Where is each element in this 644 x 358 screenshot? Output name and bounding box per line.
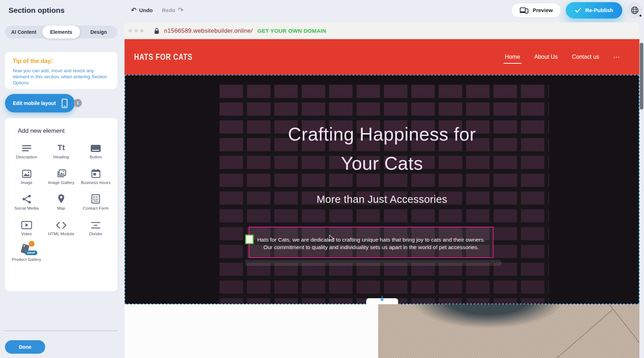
next-section-white[interactable]: [125, 304, 378, 358]
globe-status-dot: [639, 14, 642, 17]
element-business-hours[interactable]: Business Hours: [79, 167, 112, 185]
description-icon: [10, 142, 43, 152]
globe-icon: [630, 6, 639, 15]
product-gallery-icon: ↑ SHOP: [10, 244, 43, 255]
language-globe-button[interactable]: [627, 2, 643, 18]
tab-elements[interactable]: Elements: [42, 26, 80, 38]
social-media-icon: [10, 193, 43, 204]
topbar: Section options ↶ Undo Redo ↷ Preview Re…: [0, 0, 644, 20]
element-html-module[interactable]: HTML Module: [45, 219, 78, 236]
element-grid: Description Tt Heading Button: [9, 142, 113, 262]
preview-label: Preview: [533, 7, 553, 13]
image-icon: [10, 167, 43, 178]
republish-label: Re-Publish: [585, 7, 613, 13]
paragraph-selection-box[interactable]: Hats for Cats, we are dedicated to craft…: [249, 227, 493, 258]
url-text[interactable]: n1566589.websitebuilder.online/: [164, 27, 253, 35]
heading-icon: Tt: [45, 142, 78, 152]
button-icon: [79, 142, 112, 152]
video-icon: [10, 219, 43, 229]
hero-heading[interactable]: Crafting Happiness for Your Cats: [125, 120, 639, 178]
page-title: Section options: [9, 0, 65, 20]
check-icon: [575, 8, 581, 13]
element-map[interactable]: Map: [45, 193, 78, 211]
element-description[interactable]: Description: [10, 142, 43, 159]
browser-chrome-bar: n1566589.websitebuilder.online/ GET YOUR…: [125, 22, 639, 39]
phone-icon: [62, 99, 68, 108]
nav-item-home[interactable]: Home: [505, 54, 520, 60]
info-icon[interactable]: [74, 99, 82, 107]
redo-label: Redo: [162, 7, 175, 13]
contact-form-icon: [79, 193, 112, 204]
nav-item-more[interactable]: ⋯: [613, 53, 620, 61]
tab-design[interactable]: Design: [80, 26, 117, 38]
preview-devices-icon: [519, 7, 529, 14]
add-element-panel: Add new element Description Tt Heading: [5, 118, 117, 291]
element-image[interactable]: Image: [10, 167, 43, 185]
site-header: HATS FOR CATS Home About Us Contact us ⋯: [125, 39, 639, 75]
edit-mobile-label: Edit mobile layout: [13, 100, 56, 106]
element-social-media[interactable]: Social Media: [10, 193, 43, 211]
mouse-cursor: [329, 235, 334, 242]
nav-item-about[interactable]: About Us: [534, 54, 558, 60]
undo-button[interactable]: ↶ Undo: [131, 7, 153, 14]
html-module-icon: [45, 219, 78, 229]
tip-title: Tip of the day:: [13, 58, 110, 64]
site-nav: Home About Us Contact us ⋯: [505, 39, 620, 75]
preview-scrollbar-thumb[interactable]: [640, 43, 643, 110]
hero-subheading[interactable]: More than Just Accessories: [125, 194, 639, 205]
floor-seam: [543, 309, 613, 358]
sidebar-tabs: AI Content Elements Design: [5, 26, 117, 38]
browser-dots: [129, 29, 143, 32]
redo-icon: ↷: [178, 7, 184, 14]
redo-button[interactable]: Redo ↷: [162, 7, 183, 14]
lock-icon: [154, 28, 159, 34]
next-section-photo[interactable]: [378, 304, 639, 358]
divider-icon: [79, 219, 112, 229]
hero-paragraph[interactable]: Hats for Cats, we are dedicated to craft…: [249, 236, 493, 251]
site-logo[interactable]: HATS FOR CATS: [134, 52, 192, 62]
shop-badge: SHOP: [25, 251, 37, 255]
hero-section-selected[interactable]: Crafting Happiness for Your Cats More th…: [125, 75, 639, 304]
floor-seam: [598, 304, 639, 347]
business-hours-icon: [79, 167, 112, 178]
tip-body: Now you can add, move and resize any ele…: [13, 68, 107, 86]
edit-mobile-layout-button[interactable]: Edit mobile layout: [5, 94, 75, 112]
sidebar-divider: [4, 331, 117, 331]
element-heading[interactable]: Tt Heading: [45, 142, 78, 159]
topbar-actions: Preview Re-Publish: [511, 0, 643, 20]
add-element-title: Add new element: [18, 127, 113, 135]
preview-button[interactable]: Preview: [511, 3, 561, 18]
tab-ai-content[interactable]: AI Content: [5, 26, 42, 38]
undo-icon: ↶: [131, 7, 137, 14]
element-contact-form[interactable]: Contact Form: [79, 193, 112, 211]
tip-card: Tip of the day: Now you can add, move an…: [5, 52, 117, 89]
undo-label: Undo: [139, 7, 153, 13]
nav-item-contact[interactable]: Contact us: [572, 54, 599, 60]
element-video[interactable]: Video: [10, 219, 43, 236]
get-domain-link[interactable]: GET YOUR OWN DOMAIN: [257, 28, 326, 34]
history-controls: ↶ Undo Redo ↷: [131, 0, 184, 20]
map-icon: [45, 193, 78, 204]
element-product-gallery[interactable]: ↑ SHOP Product Gallery: [10, 244, 43, 262]
site-preview: n1566589.websitebuilder.online/ GET YOUR…: [125, 22, 639, 358]
element-image-gallery[interactable]: Image Gallery: [45, 167, 78, 185]
republish-button[interactable]: Re-Publish: [566, 2, 622, 19]
image-gallery-icon: [45, 167, 78, 178]
element-button[interactable]: Button: [79, 142, 112, 159]
done-button[interactable]: Done: [5, 340, 45, 354]
upgrade-arrow-icon: ↑: [29, 241, 35, 247]
element-hover-strip: [246, 260, 502, 266]
element-divider[interactable]: Divider: [79, 219, 112, 236]
